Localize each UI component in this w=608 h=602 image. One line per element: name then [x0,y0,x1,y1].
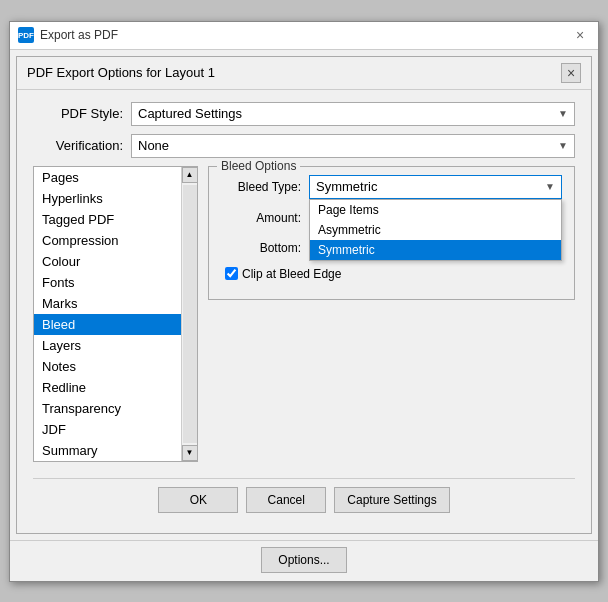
dropdown-asymmetric[interactable]: Asymmetric [310,220,561,240]
verification-row: Verification: None ▼ [33,134,575,158]
clip-text: Clip at Bleed Edge [242,267,341,281]
sidebar-item-fonts[interactable]: Fonts [34,272,197,293]
verification-value: None [138,138,169,153]
sidebar-item-pages[interactable]: Pages [34,167,197,188]
scrollbar-track [183,185,197,443]
bleed-type-select-wrapper: Symmetric ▼ Page Items Asymmetric Symmet… [309,175,562,199]
sidebar-item-transparency[interactable]: Transparency [34,398,197,419]
bleed-type-arrow: ▼ [545,181,555,192]
bottom-label: Bottom: [221,241,301,255]
pdf-icon: PDF [18,27,34,43]
options-bar: Options... [10,540,598,581]
main-body: Pages Hyperlinks Tagged PDF Compression … [33,166,575,462]
sidebar-item-compression[interactable]: Compression [34,230,197,251]
pdf-style-row: PDF Style: Captured Settings ▼ [33,102,575,126]
options-button[interactable]: Options... [261,547,346,573]
inner-titlebar: PDF Export Options for Layout 1 × [17,57,591,90]
cancel-button[interactable]: Cancel [246,487,326,513]
verification-select[interactable]: None ▼ [131,134,575,158]
ok-button[interactable]: OK [158,487,238,513]
verification-arrow: ▼ [558,140,568,151]
dropdown-page-items[interactable]: Page Items [310,200,561,220]
sidebar-item-bleed[interactable]: Bleed [34,314,197,335]
sidebar-item-colour[interactable]: Colour [34,251,197,272]
clip-row: Clip at Bleed Edge [221,267,562,281]
sidebar-item-jdf[interactable]: JDF [34,419,197,440]
sidebar-item-redline[interactable]: Redline [34,377,197,398]
sidebar-item-layers[interactable]: Layers [34,335,197,356]
action-buttons: OK Cancel Capture Settings [33,478,575,521]
sidebar-item-marks[interactable]: Marks [34,293,197,314]
pdf-style-select[interactable]: Captured Settings ▼ [131,102,575,126]
inner-titlebar-title: PDF Export Options for Layout 1 [27,65,561,80]
verification-label: Verification: [33,138,123,153]
bleed-type-dropdown: Page Items Asymmetric Symmetric [309,199,562,261]
left-panel-list: Pages Hyperlinks Tagged PDF Compression … [34,167,197,461]
right-panel: Bleed Options Bleed Type: Symmetric ▼ [208,166,575,462]
sidebar-item-tagged-pdf[interactable]: Tagged PDF [34,209,197,230]
bleed-type-value: Symmetric [316,179,377,194]
clip-label[interactable]: Clip at Bleed Edge [221,267,341,281]
scroll-down[interactable]: ▼ [182,445,198,461]
left-panel: Pages Hyperlinks Tagged PDF Compression … [33,166,198,462]
pdf-style-value: Captured Settings [138,106,242,121]
bleed-type-row: Bleed Type: Symmetric ▼ Page Items Asymm… [221,175,562,199]
scroll-up[interactable]: ▲ [182,167,198,183]
content-area: PDF Style: Captured Settings ▼ Verificat… [17,90,591,533]
bleed-options-legend: Bleed Options [217,159,300,173]
dropdown-symmetric[interactable]: Symmetric [310,240,561,260]
bleed-type-label: Bleed Type: [221,180,301,194]
bleed-type-select[interactable]: Symmetric ▼ [309,175,562,199]
outer-titlebar: PDF Export as PDF × [10,22,598,50]
clip-checkbox[interactable] [225,267,238,280]
outer-window: PDF Export as PDF × PDF Export Options f… [9,21,599,582]
sidebar-item-hyperlinks[interactable]: Hyperlinks [34,188,197,209]
sidebar-item-summary[interactable]: Summary [34,440,197,461]
pdf-style-label: PDF Style: [33,106,123,121]
pdf-style-arrow: ▼ [558,108,568,119]
outer-close-button[interactable]: × [570,25,590,45]
outer-titlebar-title: Export as PDF [40,28,570,42]
amount-label: Amount: [221,211,301,225]
inner-close-button[interactable]: × [561,63,581,83]
inner-window: PDF Export Options for Layout 1 × PDF St… [16,56,592,534]
capture-settings-button[interactable]: Capture Settings [334,487,449,513]
bleed-options-group: Bleed Options Bleed Type: Symmetric ▼ [208,166,575,300]
left-panel-scrollbar[interactable]: ▲ ▼ [181,167,197,461]
sidebar-item-notes[interactable]: Notes [34,356,197,377]
